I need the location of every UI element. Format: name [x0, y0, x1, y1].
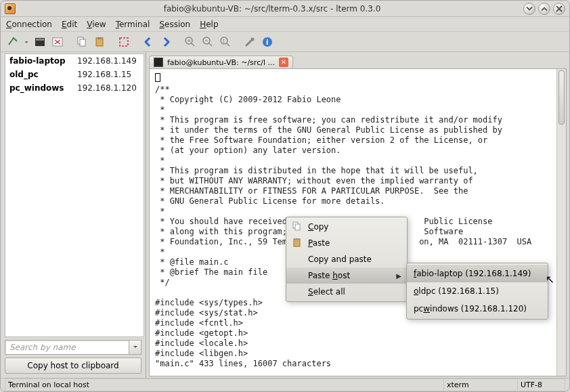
preferences-button[interactable]	[242, 34, 258, 50]
tab-label: fabio@kubuntu-VB: ~/src/l ...	[167, 58, 275, 67]
close-button[interactable]	[553, 3, 565, 15]
submenu-host-fabio-laptop[interactable]: fabio-laptop (192.168.1.149)	[407, 265, 548, 282]
copy-host-button[interactable]: Copy host to clipboard	[5, 357, 141, 374]
menu-connection[interactable]: Connection	[6, 20, 52, 29]
minimize-button[interactable]	[523, 3, 535, 15]
svg-text:1: 1	[222, 39, 225, 44]
go-forward-button[interactable]	[158, 34, 174, 50]
window-controls	[523, 3, 565, 15]
go-back-button[interactable]	[140, 34, 156, 50]
host-name: pc_windows	[9, 83, 77, 93]
host-ip: 192.168.1.15	[77, 70, 131, 79]
submenu-host-pcwindows[interactable]: pcwindows (192.168.1.120)	[407, 300, 548, 318]
fullscreen-button[interactable]	[116, 34, 132, 50]
submenu-arrow-icon: ▶	[396, 272, 401, 280]
ctx-label: Paste host	[308, 271, 391, 280]
ctx-paste[interactable]: Paste	[286, 235, 407, 251]
svg-rect-18	[295, 238, 299, 240]
copy-icon	[292, 221, 303, 232]
main-area: fabio-laptop 192.168.1.149 old_pc 192.16…	[1, 52, 569, 378]
sidebar: fabio-laptop 192.168.1.149 old_pc 192.16…	[1, 52, 146, 378]
ctx-label: Select all	[308, 287, 401, 297]
app-window: fabio@kubuntu-VB: ~/src/lterm-0.3.x/src …	[0, 0, 570, 392]
svg-rect-7	[120, 38, 128, 46]
terminal-icon	[154, 58, 163, 67]
maximize-button[interactable]	[538, 3, 550, 15]
host-row[interactable]: pc_windows 192.168.1.120	[5, 81, 144, 95]
search-box[interactable]: Search by name	[5, 340, 141, 355]
ctx-label: Copy and paste	[308, 255, 401, 264]
tab-close-button[interactable]: ✕	[279, 58, 288, 67]
copy-button[interactable]	[74, 34, 90, 50]
status-message: Terminal on local host	[5, 378, 443, 391]
menu-edit[interactable]: Edit	[62, 20, 77, 29]
zoom-in-button[interactable]	[182, 34, 198, 50]
window-title: fabio@kubuntu-VB: ~/src/lterm-0.3.x/src …	[21, 4, 523, 14]
svg-rect-6	[97, 37, 102, 39]
host-row[interactable]: fabio-laptop 192.168.1.149	[5, 54, 144, 68]
search-dropdown-icon[interactable]	[129, 340, 141, 355]
ctx-select-all[interactable]: Select all	[286, 284, 407, 300]
app-icon	[5, 3, 16, 14]
ctx-label: Copy	[308, 222, 401, 232]
paste-host-submenu[interactable]: fabio-laptop (192.168.1.149) oldpc (192.…	[406, 263, 548, 320]
status-terminal-type: xterm	[443, 378, 518, 391]
terminal-scrollbar[interactable]	[556, 69, 566, 376]
svg-rect-16	[295, 224, 300, 230]
connect-dropdown[interactable]	[22, 34, 30, 50]
zoom-out-button[interactable]	[200, 34, 216, 50]
host-name: old_pc	[9, 70, 77, 79]
svg-point-12	[251, 37, 255, 41]
ctx-copy[interactable]: Copy	[286, 219, 407, 235]
host-name: fabio-laptop	[9, 56, 77, 66]
toolbar: 1 i	[1, 32, 569, 52]
menu-view[interactable]: View	[87, 20, 106, 29]
host-ip: 192.168.1.120	[77, 83, 137, 93]
zoom-reset-button[interactable]: 1	[217, 34, 234, 50]
connect-button[interactable]	[5, 34, 21, 50]
host-row[interactable]: old_pc 192.168.1.15	[5, 68, 144, 81]
status-encoding: UTF-8	[518, 378, 565, 391]
ctx-label: Paste	[308, 238, 401, 248]
titlebar[interactable]: fabio@kubuntu-VB: ~/src/lterm-0.3.x/src …	[1, 1, 569, 17]
menubar: Connection Edit View Terminal Session He…	[1, 17, 569, 32]
ctx-paste-host[interactable]: Paste host ▶	[286, 267, 407, 284]
ctx-copy-paste[interactable]: Copy and paste	[286, 251, 407, 267]
scrollbar-thumb[interactable]	[558, 70, 565, 125]
search-input[interactable]: Search by name	[5, 340, 129, 355]
host-ip: 192.168.1.149	[77, 56, 137, 66]
host-list[interactable]: fabio-laptop 192.168.1.149 old_pc 192.16…	[5, 53, 144, 337]
menu-help[interactable]: Help	[200, 20, 218, 29]
svg-rect-1	[36, 39, 44, 41]
paste-icon	[292, 238, 303, 248]
paste-button[interactable]	[91, 34, 108, 50]
content-area: fabio@kubuntu-VB: ~/src/l ... ✕ /** * Co…	[146, 52, 569, 378]
submenu-host-oldpc[interactable]: oldpc (192.168.1.15)	[407, 282, 548, 300]
menu-session[interactable]: Session	[159, 20, 190, 29]
statusbar: Terminal on local host xterm UTF-8	[1, 378, 569, 391]
menu-terminal[interactable]: Terminal	[116, 20, 150, 29]
tab-bar: fabio@kubuntu-VB: ~/src/l ... ✕	[146, 52, 569, 68]
context-menu[interactable]: Copy Paste Copy and paste Paste host ▶ S…	[286, 217, 408, 302]
svg-rect-4	[80, 39, 85, 46]
about-button[interactable]: i	[259, 34, 276, 50]
tab-terminal[interactable]: fabio@kubuntu-VB: ~/src/l ... ✕	[149, 56, 293, 68]
svg-text:i: i	[266, 39, 268, 46]
close-tab-button[interactable]	[49, 34, 66, 50]
terminal-button[interactable]	[32, 34, 48, 50]
